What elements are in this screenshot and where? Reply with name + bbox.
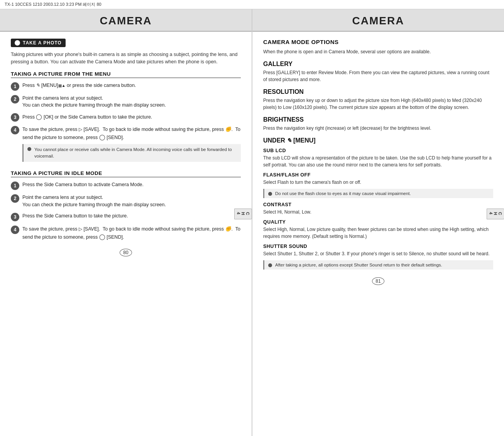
contrast-label: CONTRAST — [263, 202, 493, 207]
section2-steps: 1 Press the Side Camera button to activa… — [11, 181, 241, 241]
left-page-num: 80 — [0, 249, 252, 256]
camera-mode-sub: When the phone is open and in Camera Mod… — [263, 48, 493, 55]
menu-icon: ✎ — [287, 137, 292, 144]
under-menu-title: UNDER ✎ [MENU] — [263, 137, 493, 144]
camera-mode-title: CAMERA MODE OPTIONS — [263, 39, 493, 45]
sublcd-body: The sub LCD will show a representation o… — [263, 154, 493, 168]
sublcd-label: SUB LCD — [263, 148, 493, 153]
step-item: 2 Point the camera lens at your subject.… — [11, 95, 241, 109]
left-ch-tab: CH4 — [234, 209, 252, 219]
resolution-body: Press the navigation key up or down to a… — [263, 97, 493, 111]
section1-title: TAKING A PICTURE FROM THE MENU — [11, 71, 241, 78]
brightness-body: Press the navigation key right (increase… — [263, 125, 493, 132]
right-page-content: CAMERA MODE OPTIONS When the phone is op… — [252, 39, 504, 270]
contrast-body: Select Hi, Normal, Low. — [263, 209, 493, 215]
right-page-num: 81 — [252, 277, 504, 285]
left-page: CAMERA TAKE A PHOTO Taking pictures with… — [0, 9, 252, 436]
take-photo-badge: TAKE A PHOTO — [11, 39, 66, 47]
resolution-title: RESOLUTION — [263, 88, 493, 95]
step-item: 2 Point the camera lens at your subject.… — [11, 194, 241, 209]
section1-steps: 1 Press ✎ [MENU]▦▲ or press the side cam… — [11, 82, 241, 165]
step-item: 3 Press the Side Camera button to take t… — [11, 212, 241, 221]
left-page-header: CAMERA — [0, 9, 252, 32]
shutter-note-box: After taking a picture, all options exce… — [263, 260, 493, 270]
section2-title: TAKING A PICTURE IN IDLE MODE — [11, 170, 241, 177]
shutter-body: Select Shutter 1, Shutter 2, or Shutter … — [263, 250, 493, 257]
right-page-header: CAMERA — [252, 9, 504, 32]
intro-text: Taking pictures with your phone's built-… — [11, 51, 241, 66]
note-box-1: You cannot place or receive calls while … — [22, 144, 241, 162]
step-item: 3 Press ◯ [OK] or the Side Camera button… — [11, 113, 241, 122]
step-item: 1 Press the Side Camera button to activa… — [11, 181, 241, 190]
flash-label: FLASH/FLASH OFF — [263, 172, 493, 178]
top-bar: TX-1 10CCES 1210 2003.12.10 3:23 PM 페이지 … — [0, 0, 504, 9]
step-item: 1 Press ✎ [MENU]▦▲ or press the side cam… — [11, 82, 241, 91]
flash-note-box: Do not use the flash close to eyes as it… — [263, 189, 493, 198]
shutter-label: SHUTTER SOUND — [263, 244, 493, 249]
right-ch-tab: CH4 — [487, 209, 504, 219]
brightness-title: BRIGHTNESS — [263, 116, 493, 123]
step-item: 4 To save the picture, press ▷ [SAVE]. T… — [11, 126, 241, 165]
gallery-title: GALLERY — [263, 61, 493, 68]
badge-circle — [15, 40, 20, 46]
quality-label: QUALITY — [263, 219, 493, 225]
quality-body: Select High, Normal, Low picture quality… — [263, 226, 493, 240]
gallery-body: Press [GALLERY] to enter Review Mode. Fr… — [263, 69, 493, 83]
left-page-content: TAKE A PHOTO Taking pictures with your p… — [0, 39, 252, 241]
step-item: 4 To save the picture, press ▷ [SAVE]. T… — [11, 225, 241, 241]
right-page: CAMERA CAMERA MODE OPTIONS When the phon… — [252, 9, 504, 436]
flash-body: Select Flash to turn the camera's flash … — [263, 179, 493, 186]
